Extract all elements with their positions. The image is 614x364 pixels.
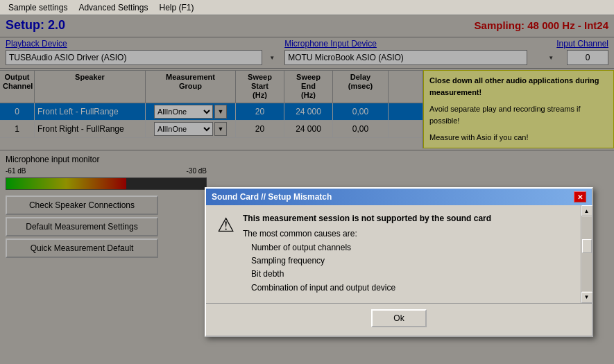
- dialog-footer: Ok: [206, 303, 592, 336]
- dialog-main-text: This measurement session is not supporte…: [243, 214, 570, 223]
- dialog: Sound Card // Setup Mismatch ✕ ⚠ This me…: [205, 187, 593, 337]
- menu-sample-settings[interactable]: Sample settings: [3, 1, 73, 14]
- scrollbar-thumb[interactable]: [582, 239, 592, 253]
- dialog-overlay: Sound Card // Setup Mismatch ✕ ⚠ This me…: [0, 15, 614, 364]
- menu-help[interactable]: Help (F1): [153, 1, 199, 14]
- cause-3: Bit debth: [251, 268, 570, 281]
- dialog-causes-title: The most common causes are:: [243, 229, 570, 239]
- cause-1: Number of output channels: [251, 241, 570, 254]
- scrollbar-track: [582, 217, 592, 291]
- dialog-content: This measurement session is not supporte…: [243, 214, 581, 295]
- menubar: Sample settings Advanced Settings Help (…: [0, 0, 614, 15]
- dialog-scrollbar[interactable]: ▲ ▼: [581, 205, 592, 303]
- dialog-causes-list: Number of output channels Sampling frequ…: [243, 241, 570, 295]
- ok-button[interactable]: Ok: [371, 309, 427, 327]
- cause-2: Sampling frequency: [251, 254, 570, 268]
- main-window: Setup: 2.0 Sampling: 48 000 Hz - Int24 P…: [0, 15, 614, 364]
- warning-icon: ⚠: [217, 214, 234, 295]
- scrollbar-down-btn[interactable]: ▼: [581, 292, 592, 303]
- dialog-titlebar: Sound Card // Setup Mismatch ✕: [206, 189, 592, 205]
- dialog-title: Sound Card // Setup Mismatch: [212, 192, 332, 202]
- dialog-body: ⚠ This measurement session is not suppor…: [206, 205, 592, 303]
- dialog-close-button[interactable]: ✕: [574, 191, 586, 202]
- scrollbar-up-btn[interactable]: ▲: [581, 205, 592, 216]
- cause-4: Combination of input and output device: [251, 281, 570, 295]
- menu-advanced-settings[interactable]: Advanced Settings: [73, 1, 153, 14]
